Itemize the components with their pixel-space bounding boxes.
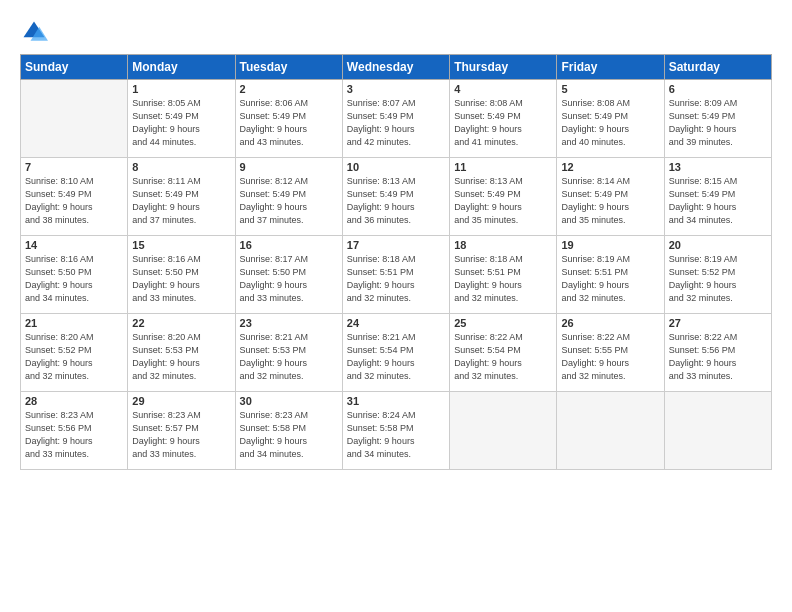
day-info: Sunrise: 8:07 AM Sunset: 5:49 PM Dayligh… <box>347 97 445 149</box>
day-info: Sunrise: 8:19 AM Sunset: 5:52 PM Dayligh… <box>669 253 767 305</box>
day-info: Sunrise: 8:05 AM Sunset: 5:49 PM Dayligh… <box>132 97 230 149</box>
day-number: 1 <box>132 83 230 95</box>
day-info: Sunrise: 8:22 AM Sunset: 5:55 PM Dayligh… <box>561 331 659 383</box>
calendar-cell: 18Sunrise: 8:18 AM Sunset: 5:51 PM Dayli… <box>450 236 557 314</box>
logo-icon <box>20 18 48 46</box>
calendar-table: SundayMondayTuesdayWednesdayThursdayFrid… <box>20 54 772 470</box>
calendar-cell: 12Sunrise: 8:14 AM Sunset: 5:49 PM Dayli… <box>557 158 664 236</box>
calendar-cell: 17Sunrise: 8:18 AM Sunset: 5:51 PM Dayli… <box>342 236 449 314</box>
day-info: Sunrise: 8:23 AM Sunset: 5:57 PM Dayligh… <box>132 409 230 461</box>
day-header-thursday: Thursday <box>450 55 557 80</box>
calendar-week-4: 28Sunrise: 8:23 AM Sunset: 5:56 PM Dayli… <box>21 392 772 470</box>
calendar-cell: 21Sunrise: 8:20 AM Sunset: 5:52 PM Dayli… <box>21 314 128 392</box>
day-number: 9 <box>240 161 338 173</box>
day-header-tuesday: Tuesday <box>235 55 342 80</box>
calendar-cell: 3Sunrise: 8:07 AM Sunset: 5:49 PM Daylig… <box>342 80 449 158</box>
logo <box>20 18 52 46</box>
calendar-cell: 14Sunrise: 8:16 AM Sunset: 5:50 PM Dayli… <box>21 236 128 314</box>
day-number: 30 <box>240 395 338 407</box>
day-info: Sunrise: 8:10 AM Sunset: 5:49 PM Dayligh… <box>25 175 123 227</box>
calendar-cell: 26Sunrise: 8:22 AM Sunset: 5:55 PM Dayli… <box>557 314 664 392</box>
calendar-cell: 25Sunrise: 8:22 AM Sunset: 5:54 PM Dayli… <box>450 314 557 392</box>
calendar-cell: 24Sunrise: 8:21 AM Sunset: 5:54 PM Dayli… <box>342 314 449 392</box>
day-info: Sunrise: 8:17 AM Sunset: 5:50 PM Dayligh… <box>240 253 338 305</box>
calendar-cell <box>21 80 128 158</box>
day-number: 15 <box>132 239 230 251</box>
calendar-week-2: 14Sunrise: 8:16 AM Sunset: 5:50 PM Dayli… <box>21 236 772 314</box>
day-number: 8 <box>132 161 230 173</box>
day-info: Sunrise: 8:08 AM Sunset: 5:49 PM Dayligh… <box>561 97 659 149</box>
day-header-sunday: Sunday <box>21 55 128 80</box>
calendar-cell: 1Sunrise: 8:05 AM Sunset: 5:49 PM Daylig… <box>128 80 235 158</box>
day-header-friday: Friday <box>557 55 664 80</box>
day-info: Sunrise: 8:20 AM Sunset: 5:53 PM Dayligh… <box>132 331 230 383</box>
day-number: 10 <box>347 161 445 173</box>
day-number: 28 <box>25 395 123 407</box>
day-info: Sunrise: 8:08 AM Sunset: 5:49 PM Dayligh… <box>454 97 552 149</box>
day-number: 16 <box>240 239 338 251</box>
calendar-cell: 4Sunrise: 8:08 AM Sunset: 5:49 PM Daylig… <box>450 80 557 158</box>
day-number: 3 <box>347 83 445 95</box>
calendar-cell: 19Sunrise: 8:19 AM Sunset: 5:51 PM Dayli… <box>557 236 664 314</box>
day-number: 26 <box>561 317 659 329</box>
day-number: 20 <box>669 239 767 251</box>
calendar-week-3: 21Sunrise: 8:20 AM Sunset: 5:52 PM Dayli… <box>21 314 772 392</box>
day-header-saturday: Saturday <box>664 55 771 80</box>
day-info: Sunrise: 8:15 AM Sunset: 5:49 PM Dayligh… <box>669 175 767 227</box>
day-number: 27 <box>669 317 767 329</box>
day-number: 31 <box>347 395 445 407</box>
day-number: 25 <box>454 317 552 329</box>
calendar-cell: 22Sunrise: 8:20 AM Sunset: 5:53 PM Dayli… <box>128 314 235 392</box>
calendar-cell: 20Sunrise: 8:19 AM Sunset: 5:52 PM Dayli… <box>664 236 771 314</box>
calendar-cell: 10Sunrise: 8:13 AM Sunset: 5:49 PM Dayli… <box>342 158 449 236</box>
day-number: 14 <box>25 239 123 251</box>
day-info: Sunrise: 8:13 AM Sunset: 5:49 PM Dayligh… <box>347 175 445 227</box>
day-number: 5 <box>561 83 659 95</box>
day-number: 17 <box>347 239 445 251</box>
day-info: Sunrise: 8:18 AM Sunset: 5:51 PM Dayligh… <box>347 253 445 305</box>
calendar-week-1: 7Sunrise: 8:10 AM Sunset: 5:49 PM Daylig… <box>21 158 772 236</box>
calendar-body: 1Sunrise: 8:05 AM Sunset: 5:49 PM Daylig… <box>21 80 772 470</box>
calendar-week-0: 1Sunrise: 8:05 AM Sunset: 5:49 PM Daylig… <box>21 80 772 158</box>
header-row: SundayMondayTuesdayWednesdayThursdayFrid… <box>21 55 772 80</box>
day-number: 18 <box>454 239 552 251</box>
page: SundayMondayTuesdayWednesdayThursdayFrid… <box>0 0 792 612</box>
day-number: 11 <box>454 161 552 173</box>
calendar-cell: 8Sunrise: 8:11 AM Sunset: 5:49 PM Daylig… <box>128 158 235 236</box>
day-number: 21 <box>25 317 123 329</box>
day-number: 19 <box>561 239 659 251</box>
day-info: Sunrise: 8:21 AM Sunset: 5:53 PM Dayligh… <box>240 331 338 383</box>
day-number: 23 <box>240 317 338 329</box>
day-info: Sunrise: 8:23 AM Sunset: 5:58 PM Dayligh… <box>240 409 338 461</box>
calendar-cell: 7Sunrise: 8:10 AM Sunset: 5:49 PM Daylig… <box>21 158 128 236</box>
day-info: Sunrise: 8:20 AM Sunset: 5:52 PM Dayligh… <box>25 331 123 383</box>
day-info: Sunrise: 8:09 AM Sunset: 5:49 PM Dayligh… <box>669 97 767 149</box>
day-number: 7 <box>25 161 123 173</box>
calendar-cell: 9Sunrise: 8:12 AM Sunset: 5:49 PM Daylig… <box>235 158 342 236</box>
day-header-monday: Monday <box>128 55 235 80</box>
day-info: Sunrise: 8:19 AM Sunset: 5:51 PM Dayligh… <box>561 253 659 305</box>
calendar-cell: 15Sunrise: 8:16 AM Sunset: 5:50 PM Dayli… <box>128 236 235 314</box>
header <box>20 18 772 46</box>
calendar-cell: 29Sunrise: 8:23 AM Sunset: 5:57 PM Dayli… <box>128 392 235 470</box>
day-number: 12 <box>561 161 659 173</box>
day-info: Sunrise: 8:16 AM Sunset: 5:50 PM Dayligh… <box>25 253 123 305</box>
calendar-cell <box>664 392 771 470</box>
calendar-cell: 28Sunrise: 8:23 AM Sunset: 5:56 PM Dayli… <box>21 392 128 470</box>
day-info: Sunrise: 8:13 AM Sunset: 5:49 PM Dayligh… <box>454 175 552 227</box>
day-header-wednesday: Wednesday <box>342 55 449 80</box>
calendar-cell: 27Sunrise: 8:22 AM Sunset: 5:56 PM Dayli… <box>664 314 771 392</box>
day-number: 2 <box>240 83 338 95</box>
calendar-cell: 11Sunrise: 8:13 AM Sunset: 5:49 PM Dayli… <box>450 158 557 236</box>
day-info: Sunrise: 8:22 AM Sunset: 5:54 PM Dayligh… <box>454 331 552 383</box>
day-number: 13 <box>669 161 767 173</box>
calendar-cell: 13Sunrise: 8:15 AM Sunset: 5:49 PM Dayli… <box>664 158 771 236</box>
day-number: 4 <box>454 83 552 95</box>
day-info: Sunrise: 8:11 AM Sunset: 5:49 PM Dayligh… <box>132 175 230 227</box>
day-number: 6 <box>669 83 767 95</box>
calendar-cell: 30Sunrise: 8:23 AM Sunset: 5:58 PM Dayli… <box>235 392 342 470</box>
calendar-header: SundayMondayTuesdayWednesdayThursdayFrid… <box>21 55 772 80</box>
day-number: 22 <box>132 317 230 329</box>
day-info: Sunrise: 8:21 AM Sunset: 5:54 PM Dayligh… <box>347 331 445 383</box>
day-number: 24 <box>347 317 445 329</box>
